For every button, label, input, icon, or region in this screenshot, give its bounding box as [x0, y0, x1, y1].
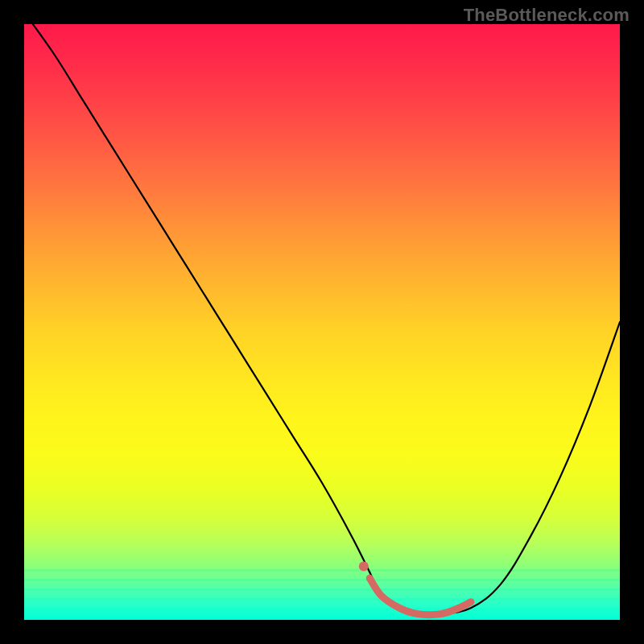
- plot-area: [24, 24, 620, 620]
- main-curve: [24, 24, 620, 615]
- curve-svg: [24, 24, 620, 620]
- chart-container: TheBottleneck.com: [0, 0, 644, 644]
- highlight-dot: [359, 561, 369, 571]
- watermark-text: TheBottleneck.com: [464, 5, 630, 26]
- svg-point-0: [359, 561, 369, 571]
- highlight-segment: [369, 578, 471, 614]
